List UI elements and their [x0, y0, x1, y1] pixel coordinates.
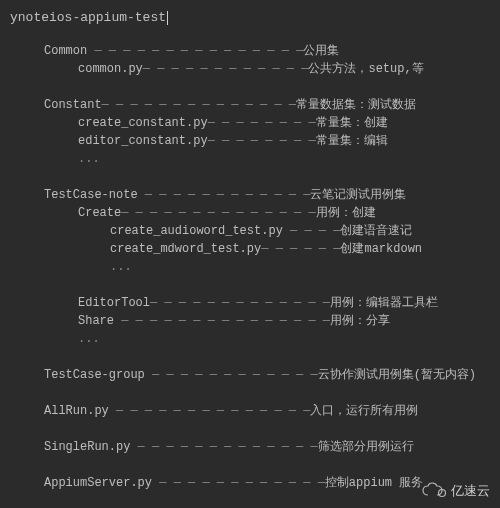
tree-view: Common — — — — — — — — — — — — — — —公用集c… [10, 42, 500, 509]
tree-line: Create— — — — — — — — — — — — — —用例：创建 [10, 204, 500, 222]
node-name: EditorTool [78, 296, 150, 310]
blank-line [10, 456, 500, 474]
node-name: SingleRun.py [44, 440, 130, 454]
node-desc: 创建markdown [340, 242, 422, 256]
tree-connector: — — — — — — — — — — — — [138, 188, 311, 202]
node-name: create_audioword_test.py [110, 224, 283, 238]
tree-line: Constant— — — — — — — — — — — — — —常量数据集… [10, 96, 500, 114]
blank-line [10, 168, 500, 186]
tree-line: TestCase-note — — — — — — — — — — — —云笔记… [10, 186, 500, 204]
tree-line: create_mdword_test.py— — — — — —创建markdo… [10, 240, 500, 258]
node-name: AppiumServer.py [44, 476, 152, 490]
tree-line: editor_constant.py— — — — — — — —常量集：编辑 [10, 132, 500, 150]
watermark-text: 亿速云 [451, 481, 490, 501]
tree-connector: — — — — — — — — — — — — — [130, 440, 317, 454]
tree-connector: — — — — — — — — — — — — — — — [87, 44, 303, 58]
node-desc: 云协作测试用例集(暂无内容) [318, 368, 476, 382]
blank-line [10, 420, 500, 438]
tree-connector: — — — — — — — — — — — — — — — [114, 314, 330, 328]
node-desc: 用例：分享 [330, 314, 390, 328]
tree-line: ... [10, 330, 500, 348]
blank-line [10, 78, 500, 96]
node-desc: 公用集 [303, 44, 339, 58]
node-desc: 公共方法，setup,等 [308, 62, 423, 76]
node-name: common.py [78, 62, 143, 76]
tree-line: SingleRun.py — — — — — — — — — — — — —筛选… [10, 438, 500, 456]
tree-connector: — — — — [283, 224, 341, 238]
tree-line: ... [10, 258, 500, 276]
node-desc: 常量集：编辑 [316, 134, 388, 148]
tree-connector: — — — — — — — — — — — — — — [102, 98, 296, 112]
tree-line: ... [10, 150, 500, 168]
tree-connector: — — — — — — — — — — — — — [150, 296, 330, 310]
blank-line [10, 348, 500, 366]
node-name: Common [44, 44, 87, 58]
node-name: Create [78, 206, 121, 220]
node-name: AllRun.py [44, 404, 109, 418]
tree-line: common.py— — — — — — — — — — — —公共方法，set… [10, 60, 500, 78]
node-desc: 用例：创建 [316, 206, 376, 220]
node-name: Share [78, 314, 114, 328]
blank-line [10, 276, 500, 294]
ellipsis: ... [78, 152, 100, 166]
tree-connector: — — — — — — — — — — — — [145, 368, 318, 382]
tree-connector: — — — — — — [261, 242, 340, 256]
watermark: 亿速云 [421, 481, 490, 501]
node-desc: 常量数据集：测试数据 [296, 98, 416, 112]
blank-line [10, 384, 500, 402]
node-name: TestCase-group [44, 368, 145, 382]
tree-line: TestCase-group — — — — — — — — — — — —云协… [10, 366, 500, 384]
tree-line: Share — — — — — — — — — — — — — — —用例：分享 [10, 312, 500, 330]
node-name: editor_constant.py [78, 134, 208, 148]
tree-connector: — — — — — — — — — — — — [143, 62, 309, 76]
node-desc: 用例：编辑器工具栏 [330, 296, 438, 310]
tree-connector: — — — — — — — — — — — — — — [109, 404, 311, 418]
project-title: ynoteios-appium-test [10, 8, 500, 28]
node-desc: 入口，运行所有用例 [310, 404, 418, 418]
tree-connector: — — — — — — — — [208, 134, 316, 148]
tree-line: create_constant.py— — — — — — — —常量集：创建 [10, 114, 500, 132]
tree-connector: — — — — — — — — — — — — — — [121, 206, 315, 220]
node-name: create_mdword_test.py [110, 242, 261, 256]
tree-line: Common — — — — — — — — — — — — — — —公用集 [10, 42, 500, 60]
node-desc: 创建语音速记 [340, 224, 412, 238]
tree-connector: — — — — — — — — [208, 116, 316, 130]
tree-line: AllRun.py — — — — — — — — — — — — — —入口，… [10, 402, 500, 420]
tree-connector: — — — — — — — — — — — — [152, 476, 325, 490]
node-desc: 控制appium 服务 [325, 476, 423, 490]
node-name: Constant [44, 98, 102, 112]
node-desc: 云笔记测试用例集 [310, 188, 406, 202]
node-name: TestCase-note [44, 188, 138, 202]
tree-line: create_audioword_test.py — — — —创建语音速记 [10, 222, 500, 240]
node-desc: 常量集：创建 [316, 116, 388, 130]
node-desc: 筛选部分用例运行 [318, 440, 414, 454]
tree-line: EditorTool— — — — — — — — — — — — —用例：编辑… [10, 294, 500, 312]
ellipsis: ... [110, 260, 132, 274]
node-name: create_constant.py [78, 116, 208, 130]
cloud-icon [421, 482, 447, 498]
ellipsis: ... [78, 332, 100, 346]
